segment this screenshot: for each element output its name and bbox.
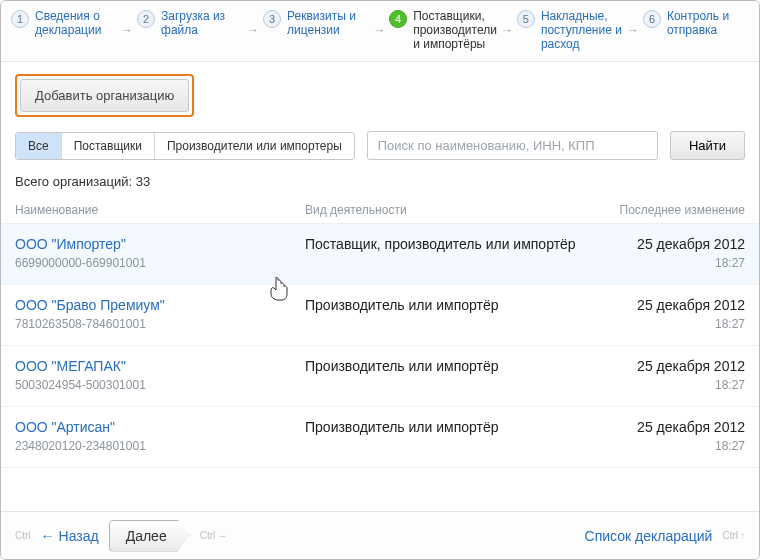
step-link[interactable]: Сведения о декларации bbox=[35, 9, 101, 37]
step-1[interactable]: 1Сведения о декларации bbox=[11, 9, 117, 37]
cell-name: ООО "Импортер"6699000000-669901001 bbox=[15, 236, 305, 270]
cell-name: ООО "Артисан"2348020120-234801001 bbox=[15, 419, 305, 453]
add-organization-button[interactable]: Добавить организацию bbox=[20, 79, 189, 112]
time-text: 18:27 bbox=[595, 317, 745, 331]
org-name-link[interactable]: ООО "МЕГАПАК" bbox=[15, 358, 305, 374]
step-number: 3 bbox=[263, 10, 281, 28]
step-label: Загрузка из файла bbox=[161, 9, 243, 37]
table-body: ООО "Импортер"6699000000-669901001Постав… bbox=[1, 224, 759, 468]
org-code: 2348020120-234801001 bbox=[15, 439, 305, 453]
wizard-stepper: 1Сведения о декларации→2Загрузка из файл… bbox=[1, 1, 759, 62]
app-frame: 1Сведения о декларации→2Загрузка из файл… bbox=[0, 0, 760, 560]
org-name-link[interactable]: ООО "Импортер" bbox=[15, 236, 305, 252]
date-text: 25 декабря 2012 bbox=[595, 419, 745, 435]
step-number: 5 bbox=[517, 10, 535, 28]
cell-date: 25 декабря 201218:27 bbox=[595, 297, 745, 331]
activity-text: Производитель или импортёр bbox=[305, 297, 595, 313]
step-link[interactable]: Загрузка из файла bbox=[161, 9, 225, 37]
cell-date: 25 декабря 201218:27 bbox=[595, 236, 745, 270]
arrow-left-icon bbox=[41, 528, 55, 544]
total-count: Всего организаций: 33 bbox=[1, 160, 759, 197]
step-link[interactable]: Реквизиты и лицензии bbox=[287, 9, 356, 37]
org-code: 7810263508-784601001 bbox=[15, 317, 305, 331]
table-row[interactable]: ООО "Браво Премиум"7810263508-784601001П… bbox=[1, 285, 759, 346]
cell-activity: Производитель или импортёр bbox=[305, 419, 595, 435]
footer-nav: Ctrl Назад Далее Ctrl→ Список деклараций… bbox=[1, 511, 759, 559]
cell-activity: Производитель или импортёр bbox=[305, 297, 595, 313]
step-label: Контроль и отправка bbox=[667, 9, 749, 37]
activity-text: Поставщик, производитель или импортёр bbox=[305, 236, 595, 252]
cell-activity: Производитель или импортёр bbox=[305, 358, 595, 374]
chevron-right-icon: → bbox=[121, 23, 133, 37]
date-text: 25 декабря 2012 bbox=[595, 236, 745, 252]
time-text: 18:27 bbox=[595, 256, 745, 270]
filter-segmented: Все Поставщики Производители или импорте… bbox=[15, 132, 355, 160]
cell-date: 25 декабря 201218:27 bbox=[595, 358, 745, 392]
chevron-right-icon: → bbox=[627, 23, 639, 37]
filter-suppliers[interactable]: Поставщики bbox=[61, 133, 154, 159]
col-header-activity: Вид деятельности bbox=[305, 203, 595, 217]
date-text: 25 декабря 2012 bbox=[595, 358, 745, 374]
count-value: 33 bbox=[136, 174, 150, 189]
toolbar: Добавить организацию Все Поставщики Прои… bbox=[1, 62, 759, 160]
table-row[interactable]: ООО "Артисан"2348020120-234801001Произво… bbox=[1, 407, 759, 468]
step-label: Реквизиты и лицензии bbox=[287, 9, 369, 37]
step-number: 6 bbox=[643, 10, 661, 28]
col-header-date: Последнее изменение bbox=[595, 203, 745, 217]
table-row[interactable]: ООО "Импортер"6699000000-669901001Постав… bbox=[1, 224, 759, 285]
cell-date: 25 декабря 201218:27 bbox=[595, 419, 745, 453]
search-wrapper bbox=[367, 131, 658, 160]
chevron-right-icon: → bbox=[501, 23, 513, 37]
step-label: Накладные, поступление и расход bbox=[541, 9, 623, 51]
org-name-link[interactable]: ООО "Артисан" bbox=[15, 419, 305, 435]
step-5[interactable]: 5Накладные, поступление и расход bbox=[517, 9, 623, 51]
filter-producers[interactable]: Производители или импортеры bbox=[154, 133, 354, 159]
next-button[interactable]: Далее bbox=[109, 520, 190, 552]
filter-row: Все Поставщики Производители или импорте… bbox=[15, 131, 745, 160]
org-code: 5003024954-500301001 bbox=[15, 378, 305, 392]
search-input[interactable] bbox=[367, 131, 658, 160]
activity-text: Производитель или импортёр bbox=[305, 419, 595, 435]
ctrl-hint-left: Ctrl bbox=[15, 530, 31, 541]
step-link[interactable]: Накладные, поступление и расход bbox=[541, 9, 622, 51]
ctrl-hint-right: Ctrl↑ bbox=[722, 530, 745, 541]
find-button[interactable]: Найти bbox=[670, 131, 745, 160]
cell-name: ООО "МЕГАПАК"5003024954-500301001 bbox=[15, 358, 305, 392]
step-3[interactable]: 3Реквизиты и лицензии bbox=[263, 9, 369, 37]
chevron-right-icon: → bbox=[373, 23, 385, 37]
org-name-link[interactable]: ООО "Браво Премиум" bbox=[15, 297, 305, 313]
step-number: 1 bbox=[11, 10, 29, 28]
add-org-highlight: Добавить организацию bbox=[15, 74, 194, 117]
step-2[interactable]: 2Загрузка из файла bbox=[137, 9, 243, 37]
date-text: 25 декабря 2012 bbox=[595, 297, 745, 313]
step-number: 2 bbox=[137, 10, 155, 28]
back-label: Назад bbox=[59, 528, 99, 544]
org-code: 6699000000-669901001 bbox=[15, 256, 305, 270]
step-label: Сведения о декларации bbox=[35, 9, 117, 37]
table-header: Наименование Вид деятельности Последнее … bbox=[1, 197, 759, 224]
step-6[interactable]: 6Контроль и отправка bbox=[643, 9, 749, 37]
org-table: Наименование Вид деятельности Последнее … bbox=[1, 197, 759, 468]
step-number: 4 bbox=[389, 10, 407, 28]
ctrl-hint-mid: Ctrl→ bbox=[200, 530, 228, 541]
count-label: Всего организаций: bbox=[15, 174, 132, 189]
cell-name: ООО "Браво Премиум"7810263508-784601001 bbox=[15, 297, 305, 331]
filter-all[interactable]: Все bbox=[16, 133, 61, 159]
step-label: Поставщики, производители и импортёры bbox=[413, 9, 497, 51]
step-4: 4Поставщики, производители и импортёры bbox=[389, 9, 497, 51]
table-row[interactable]: ООО "МЕГАПАК"5003024954-500301001Произво… bbox=[1, 346, 759, 407]
step-link[interactable]: Контроль и отправка bbox=[667, 9, 729, 37]
chevron-right-icon: → bbox=[247, 23, 259, 37]
cell-activity: Поставщик, производитель или импортёр bbox=[305, 236, 595, 252]
time-text: 18:27 bbox=[595, 439, 745, 453]
activity-text: Производитель или импортёр bbox=[305, 358, 595, 374]
time-text: 18:27 bbox=[595, 378, 745, 392]
col-header-name: Наименование bbox=[15, 203, 305, 217]
declarations-list-link[interactable]: Список деклараций bbox=[585, 528, 713, 544]
back-button[interactable]: Назад bbox=[41, 528, 99, 544]
